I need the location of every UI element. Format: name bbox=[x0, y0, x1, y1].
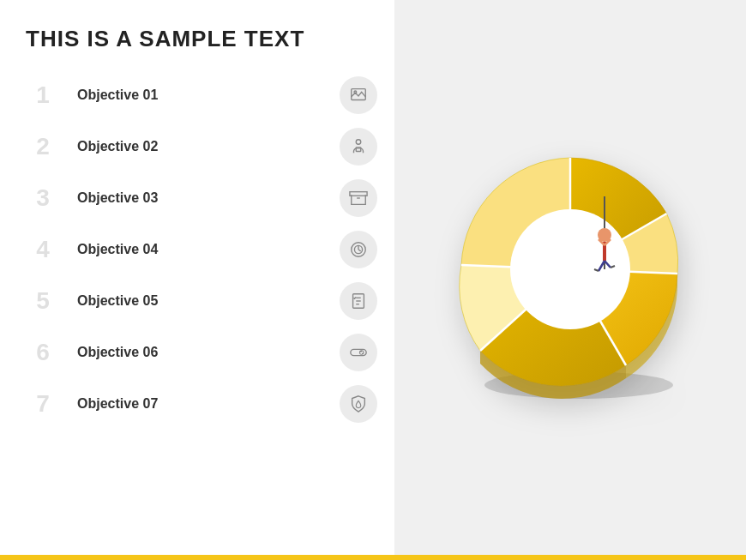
obj-number-6: 6 bbox=[26, 339, 60, 366]
person-box-icon bbox=[349, 137, 368, 156]
obj-label-6: Objective 06 bbox=[77, 345, 331, 360]
obj-icon-circle-7 bbox=[340, 385, 377, 423]
coin-clock-icon bbox=[349, 240, 368, 259]
obj-icon-circle-4 bbox=[340, 231, 377, 268]
image-icon bbox=[349, 86, 368, 105]
main-layout: THIS IS A SAMPLE TEXT 1 Objective 01 2 O… bbox=[0, 0, 746, 555]
objective-row-1: 1 Objective 01 bbox=[26, 69, 377, 121]
shield-drop-icon bbox=[349, 394, 368, 413]
obj-number-7: 7 bbox=[26, 390, 60, 418]
obj-label-2: Objective 02 bbox=[77, 139, 331, 154]
obj-icon-circle-3 bbox=[340, 179, 377, 217]
svg-point-2 bbox=[356, 140, 361, 145]
obj-icon-circle-6 bbox=[340, 334, 377, 371]
page-title: THIS IS A SAMPLE TEXT bbox=[26, 26, 377, 52]
obj-label-7: Objective 07 bbox=[77, 396, 331, 412]
objective-row-2: 2 Objective 02 bbox=[26, 121, 377, 172]
obj-number-5: 5 bbox=[26, 287, 60, 315]
obj-label-4: Objective 04 bbox=[77, 242, 331, 257]
obj-label-5: Objective 05 bbox=[77, 293, 331, 309]
svg-rect-4 bbox=[350, 192, 367, 196]
obj-number-1: 1 bbox=[26, 81, 60, 109]
svg-line-9 bbox=[358, 250, 361, 251]
objective-row-4: 4 Objective 04 bbox=[26, 224, 377, 275]
donut-chart bbox=[433, 132, 707, 406]
obj-number-4: 4 bbox=[26, 236, 60, 263]
left-panel: THIS IS A SAMPLE TEXT 1 Objective 01 2 O… bbox=[0, 0, 394, 555]
donut-svg bbox=[433, 132, 707, 406]
checklist-icon bbox=[349, 292, 368, 310]
bottom-bar bbox=[0, 555, 746, 560]
obj-label-1: Objective 01 bbox=[77, 87, 331, 103]
obj-icon-circle-1 bbox=[340, 76, 377, 114]
obj-icon-circle-5 bbox=[340, 282, 377, 320]
obj-icon-circle-2 bbox=[340, 128, 377, 166]
toggle-check-icon bbox=[349, 343, 368, 362]
objective-row-6: 6 Objective 06 bbox=[26, 327, 377, 378]
obj-number-3: 3 bbox=[26, 184, 60, 212]
box-icon bbox=[349, 189, 368, 208]
objective-row-3: 3 Objective 03 bbox=[26, 172, 377, 224]
objective-row-5: 5 Objective 05 bbox=[26, 275, 377, 327]
objectives-list: 1 Objective 01 2 Objective 02 3 Obje bbox=[26, 69, 377, 538]
objective-row-7: 7 Objective 07 bbox=[26, 378, 377, 430]
right-panel bbox=[394, 0, 746, 555]
obj-number-2: 2 bbox=[26, 133, 60, 160]
obj-label-3: Objective 03 bbox=[77, 190, 331, 206]
